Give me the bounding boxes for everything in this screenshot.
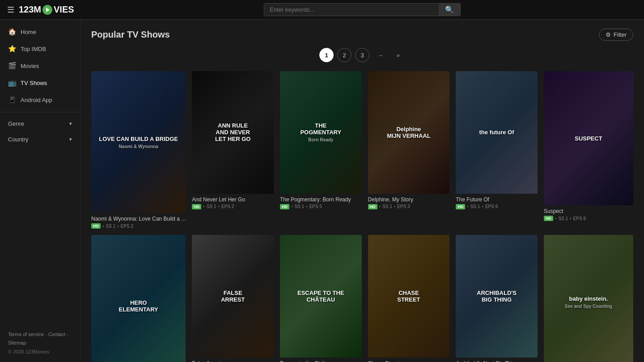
movie-info-8: False Arrest HD • SS 1 • EPS 1 [192,360,274,362]
movie-info-10: Chase Street HD • SS 1 • EPS 1 [368,360,450,362]
page-btn-last[interactable]: » [391,48,405,62]
search-bar: 🔍 [88,3,637,16]
movie-meta-6: HD • SS 1 • EPS 8 [544,216,633,221]
sidebar-item-home[interactable]: 🏠 Home [0,23,80,40]
movie-poster-5: the future Of [456,71,538,194]
movie-poster-10: CHASESTREET [368,235,450,358]
hd-badge: HD [192,204,201,209]
poster-text-7: HEROELEMENTARY [115,296,162,316]
footer-dash-1: - [45,332,48,337]
movie-card-8[interactable]: FALSEARREST False Arrest HD • SS 1 • EPS… [192,235,274,362]
country-chevron-icon: ▾ [69,136,72,142]
meta-dot-2: • [218,204,220,209]
movie-title-1: Naomi & Wynonna: Love Can Build a ... [91,216,186,222]
sidebar-divider-1 [0,112,80,112]
sidebar-label-android-app: Android App [21,97,52,103]
movie-title-3: The Pogmentary: Born Ready [280,196,362,203]
movie-meta-4: HD • SS 1 • EPS 3 [368,204,450,209]
page-title: Popular TV Shows [91,30,170,40]
season-text: SS 1 [382,204,392,209]
poster-text-8: FALSEARREST [217,286,248,307]
page-btn-1[interactable]: 1 [319,48,334,62]
page-btn-2[interactable]: 2 [337,48,352,62]
page-btn-3[interactable]: 3 [355,48,369,62]
sidebar-item-top-imdb[interactable]: ⭐ Top IMDB [0,40,80,57]
poster-text-11: ARCHIBALD'SBIG THING [473,286,520,307]
movie-poster-6: SUSPECT [544,71,633,205]
filter-label: Filter [614,31,627,38]
season-text: SS 1 [470,204,480,209]
movie-info-1: Naomi & Wynonna: Love Can Build a ... HD… [91,216,186,229]
movie-card-5[interactable]: the future Of The Future Of HD • SS 1 • … [456,71,538,229]
genre-accordion[interactable]: Genre ▾ [0,116,80,132]
season-text: SS 1 [207,204,216,209]
movie-info-3: The Pogmentary: Born Ready HD • SS 1 • E… [280,196,362,209]
movie-poster-8: FALSEARREST [192,235,274,358]
sidebar: 🏠 Home ⭐ Top IMDB 🎬 Movies 📺 TV Shows 📱 … [0,20,80,362]
logo-play-icon [42,5,52,15]
movie-card-3[interactable]: THEPOGMENTARYBorn Ready The Pogmentary: … [280,71,362,229]
episode-text: EPS 3 [397,204,410,209]
meta-dot-2: • [570,216,572,221]
poster-text-1: LOVE CAN BUILD A BRIDGENaomi & Wynonna [95,132,182,153]
logo[interactable]: 123MVIES [19,4,74,15]
meta-dot: • [555,216,557,221]
tv-icon: 📺 [8,79,16,87]
movie-poster-4: DelphineMIJN VERHAAL [368,71,450,194]
meta-dot: • [379,204,381,209]
home-icon: 🏠 [8,28,16,36]
android-icon: 📱 [8,96,16,104]
movie-title-6: Suspect [544,208,633,214]
movie-poster-1: LOVE CAN BUILD A BRIDGENaomi & Wynonna [91,71,186,213]
sidebar-label-movies: Movies [21,63,39,69]
copyright-text: © 2020 123Movies [8,349,49,354]
star-icon: ⭐ [8,45,16,53]
body-wrap: 🏠 Home ⭐ Top IMDB 🎬 Movies 📺 TV Shows 📱 … [0,20,644,362]
filter-button[interactable]: ⚙ Filter [599,29,633,41]
search-button[interactable]: 🔍 [439,4,460,16]
terms-link[interactable]: Terms of service [8,332,44,337]
poster-text-5: the future Of [476,125,518,139]
movie-card-12[interactable]: baby einstein.See and Spy Counting Baby … [544,235,633,362]
movie-card-11[interactable]: ARCHIBALD'SBIG THING Archibald's Next Bi… [456,235,538,362]
movie-info-11: Archibald's Next Big Thing HD • SS 1 • E… [456,360,538,362]
meta-dot-2: • [482,204,483,209]
movie-card-9[interactable]: ESCAPE TO THECHÂTEAU Escape to the Châte… [280,235,362,362]
sidebar-item-android-app[interactable]: 📱 Android App [0,91,80,108]
movie-card-4[interactable]: DelphineMIJN VERHAAL Delphine, My Story … [368,71,450,229]
filter-icon: ⚙ [606,31,611,38]
hd-badge: HD [280,204,289,209]
sidebar-item-movies[interactable]: 🎬 Movies [0,57,80,74]
poster-text-3: THEPOGMENTARYBorn Ready [297,119,345,146]
sidebar-label-tv-shows: TV Shows [21,80,47,86]
movie-card-1[interactable]: LOVE CAN BUILD A BRIDGENaomi & Wynonna N… [91,71,186,229]
movie-card-10[interactable]: CHASESTREET Chase Street HD • SS 1 • EPS… [368,235,450,362]
movie-title-10: Chase Street [368,360,450,362]
search-inner: 🔍 [264,3,461,16]
hamburger-icon[interactable]: ☰ [7,5,14,15]
poster-text-6: SUSPECT [571,132,606,145]
sidebar-label-home: Home [21,29,36,35]
search-input[interactable] [264,4,439,16]
poster-text-10: CHASESTREET [394,286,424,307]
sidebar-item-tv-shows[interactable]: 📺 TV Shows [0,74,80,91]
episode-text: EPS 6 [485,204,498,209]
poster-text-12: baby einstein.See and Spy Counting [561,292,616,312]
movie-poster-12: baby einstein.See and Spy Counting [544,235,633,362]
episode-text: EPS 2 [221,204,234,209]
movie-poster-11: ARCHIBALD'SBIG THING [456,235,538,358]
season-text: SS 1 [106,224,116,229]
sitemap-link[interactable]: Sitemap [8,340,26,345]
movie-card-7[interactable]: HEROELEMENTARY Hero Elementary HD • SS 1… [91,235,186,362]
movie-card-6[interactable]: SUSPECT Suspect HD • SS 1 • EPS 8 [544,71,633,229]
meta-dot: • [467,204,469,209]
page-btn-next[interactable]: → [373,48,387,62]
contact-link[interactable]: Contact [48,332,65,337]
footer-dash-2: - [67,332,68,337]
movie-card-2[interactable]: ANN RULEAND NEVERLET HER GO And Never Le… [192,71,274,229]
meta-dot-2: • [117,224,119,229]
movie-poster-9: ESCAPE TO THECHÂTEAU [280,235,362,358]
movie-poster-3: THEPOGMENTARYBorn Ready [280,71,362,194]
hd-badge: HD [91,223,101,229]
country-accordion[interactable]: Country ▾ [0,132,80,147]
